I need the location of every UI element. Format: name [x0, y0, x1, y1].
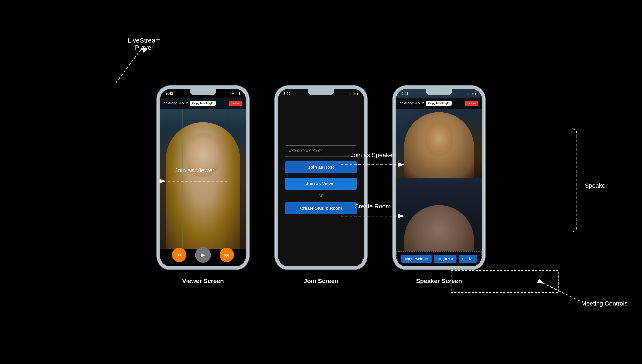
speaker-signal-icon: ▪▪▪: [467, 92, 471, 96]
speaker-face-top: [404, 112, 474, 178]
viewer-play-btn[interactable]: ▶: [195, 247, 211, 263]
speaker-screen-content: 9:41 ▪▪▪ ⌗ ▮ qqje-ngg2-0v1x Copy Meeting…: [396, 89, 482, 266]
join-time: 3:00: [283, 92, 290, 96]
meeting-id-input[interactable]: [285, 145, 357, 157]
speaker-video-bottom: Toggle Webcam Toggle Mic Go Live: [396, 178, 482, 266]
speaker-battery-icon: ▮: [475, 92, 477, 96]
speaker-time: 9:41: [401, 92, 408, 96]
join-screen-label: Join Screen: [304, 278, 338, 284]
viewer-screen-label: Viewer Screen: [182, 278, 224, 284]
join-phone: 3:00 ▪▪▪ ⌗ ▮ Join as Host Join as Viewer…: [275, 86, 367, 269]
go-live-btn[interactable]: Go Live: [459, 255, 477, 263]
signal-icon: ▪▪▪: [230, 92, 234, 95]
speaker-status-icons: ▪▪▪ ⌗ ▮: [467, 92, 477, 96]
viewer-status-icons: ▪▪▪ ⌗ ▮: [230, 92, 241, 96]
join-host-btn[interactable]: Join as Host: [285, 161, 357, 173]
speaker-copy-btn[interactable]: Copy MeetingId: [426, 100, 452, 106]
battery-icon: ▮: [239, 92, 241, 96]
play-icon: ▶: [201, 252, 205, 258]
join-wifi-icon: ⌗: [354, 92, 355, 96]
phone-notch-join: [308, 89, 334, 95]
viewer-video-controls: ⏮ ▶ ⏭: [160, 247, 246, 263]
speaker-screen-label: Speaker Screen: [416, 278, 462, 284]
viewer-meeting-id: qqje-ngg2-0v1x: [164, 101, 188, 105]
toggle-webcam-btn[interactable]: Toggle Webcam: [401, 255, 432, 263]
speaker-wifi-icon: ⌗: [472, 92, 474, 96]
or-divider: OR: [285, 194, 357, 198]
speaker-meeting-id: qqje-ngg2-0v1x: [400, 101, 424, 105]
bg-line-3: [228, 98, 228, 249]
speaker-controls-bar: Toggle Webcam Toggle Mic Go Live: [396, 251, 482, 266]
join-screen: 3:00 ▪▪▪ ⌗ ▮ Join as Host Join as Viewer…: [278, 89, 364, 266]
viewer-video-feed: [160, 98, 246, 249]
phone-notch-viewer: [190, 89, 216, 95]
viewer-prev-btn[interactable]: ⏮: [172, 248, 186, 262]
or-text: OR: [318, 194, 324, 198]
viewer-screen: 9:41 ▪▪▪ ⌗ ▮ qqje-ngg2-: [160, 89, 246, 266]
speaker-leave-btn[interactable]: Leave: [465, 100, 478, 106]
viewer-phone: 9:41 ▪▪▪ ⌗ ▮ qqje-ngg2-: [157, 86, 249, 269]
create-room-btn[interactable]: Create Studio Room: [285, 202, 357, 214]
main-diagram: 9:41 ▪▪▪ ⌗ ▮ qqje-ngg2-: [0, 0, 642, 364]
next-icon: ⏭: [224, 252, 230, 258]
join-signal-icon: ▪▪▪: [349, 92, 352, 96]
viewer-next-btn[interactable]: ⏭: [220, 248, 234, 262]
wifi-icon: ⌗: [235, 92, 237, 95]
speaker-status-bar: 9:41 ▪▪▪ ⌗ ▮: [396, 89, 482, 99]
prev-icon: ⏮: [176, 252, 182, 258]
speaker-header-bar: qqje-ngg2-0v1x Copy MeetingId Leave: [396, 98, 482, 109]
speaker-phone: 9:41 ▪▪▪ ⌗ ▮ qqje-ngg2-0v1x Copy Meeting…: [393, 86, 485, 269]
join-battery-icon: ▮: [357, 92, 359, 96]
bg-line-2: [182, 98, 183, 249]
viewer-person-silhouette: [166, 122, 240, 249]
viewer-time: 9:41: [165, 91, 173, 96]
join-viewer-btn[interactable]: Join as Viewer: [285, 178, 357, 190]
join-status-icons: ▪▪▪ ⌗ ▮: [349, 92, 359, 96]
viewer-header-bar: qqje-ngg2-0v1x Copy MeetingId Leave: [160, 98, 246, 109]
join-screen-content: 3:00 ▪▪▪ ⌗ ▮ Join as Host Join as Viewer…: [278, 89, 364, 266]
viewer-copy-btn[interactable]: Copy MeetingId: [190, 100, 216, 106]
toggle-mic-btn[interactable]: Toggle Mic: [434, 255, 457, 263]
bg-line-1: [167, 98, 167, 249]
speaker-screen: 9:41 ▪▪▪ ⌗ ▮ qqje-ngg2-0v1x Copy Meeting…: [396, 89, 482, 266]
viewer-leave-btn[interactable]: Leave: [229, 100, 242, 106]
